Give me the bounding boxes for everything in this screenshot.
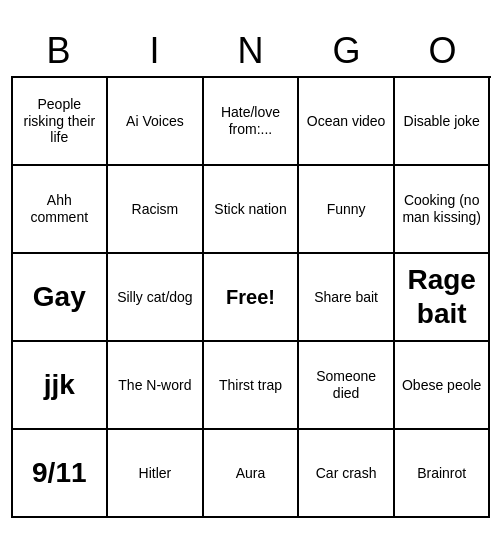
bingo-cell-14[interactable]: Rage bait	[395, 254, 491, 342]
bingo-cell-18[interactable]: Someone died	[299, 342, 395, 430]
bingo-cell-6[interactable]: Racism	[108, 166, 204, 254]
bingo-grid: People risking their lifeAi VoicesHate/l…	[11, 76, 491, 518]
header-letter-I: I	[110, 30, 200, 72]
header-letter-N: N	[206, 30, 296, 72]
bingo-header: BINGO	[11, 26, 491, 76]
header-letter-O: O	[398, 30, 488, 72]
bingo-cell-7[interactable]: Stick nation	[204, 166, 300, 254]
bingo-cell-1[interactable]: Ai Voices	[108, 78, 204, 166]
bingo-cell-12[interactable]: Free!	[204, 254, 300, 342]
bingo-cell-17[interactable]: Thirst trap	[204, 342, 300, 430]
bingo-cell-2[interactable]: Hate/love from:...	[204, 78, 300, 166]
bingo-cell-22[interactable]: Aura	[204, 430, 300, 518]
bingo-cell-16[interactable]: The N-word	[108, 342, 204, 430]
bingo-cell-11[interactable]: Silly cat/dog	[108, 254, 204, 342]
bingo-cell-10[interactable]: Gay	[13, 254, 109, 342]
bingo-cell-23[interactable]: Car crash	[299, 430, 395, 518]
bingo-cell-15[interactable]: jjk	[13, 342, 109, 430]
bingo-cell-24[interactable]: Brainrot	[395, 430, 491, 518]
header-letter-G: G	[302, 30, 392, 72]
bingo-cell-21[interactable]: Hitler	[108, 430, 204, 518]
bingo-cell-20[interactable]: 9/11	[13, 430, 109, 518]
bingo-cell-19[interactable]: Obese peole	[395, 342, 491, 430]
bingo-cell-13[interactable]: Share bait	[299, 254, 395, 342]
bingo-cell-4[interactable]: Disable joke	[395, 78, 491, 166]
bingo-cell-9[interactable]: Cooking (no man kissing)	[395, 166, 491, 254]
bingo-cell-3[interactable]: Ocean video	[299, 78, 395, 166]
bingo-card: BINGO People risking their lifeAi Voices…	[11, 26, 491, 518]
header-letter-B: B	[14, 30, 104, 72]
bingo-cell-8[interactable]: Funny	[299, 166, 395, 254]
bingo-cell-0[interactable]: People risking their life	[13, 78, 109, 166]
bingo-cell-5[interactable]: Ahh comment	[13, 166, 109, 254]
